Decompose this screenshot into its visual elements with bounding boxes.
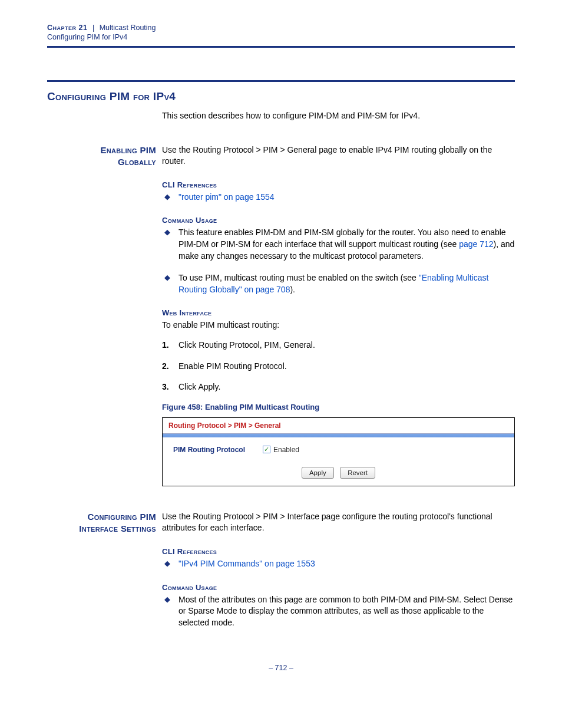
chapter-number: Chapter 21 [47,24,87,32]
cli-references-heading-2: CLI References [162,547,515,556]
command-usage-item: This feature enables PIM-DM and PIM-SM g… [162,227,515,262]
enabled-checkbox-label: Enabled [273,446,299,454]
step-item: Enable PIM Routing Protocol. [162,361,515,373]
side-heading-enabling-pim-globally: Enabling PIM Globally [47,144,162,486]
pim-routing-protocol-label: PIM Routing Protocol [173,446,245,454]
link-ipv4-pim-commands[interactable]: "IPv4 PIM Commands" on page 1553 [178,559,315,568]
cli-references-heading: CLI References [162,180,515,189]
figure-screenshot: Routing Protocol > PIM > General PIM Rou… [162,417,515,486]
command-usage-heading-2: Command Usage [162,583,515,592]
chapter-subtitle: Configuring PIM for IPv4 [47,33,515,41]
command-usage-item: To use PIM, multicast routing must be en… [162,272,515,295]
running-header: Chapter 21 | Multicast Routing Configuri… [47,24,515,48]
web-interface-heading: Web Interface [162,308,515,317]
header-separator: | [92,24,94,32]
link-router-pim[interactable]: "router pim" on page 1554 [178,192,275,202]
cli-reference-item: "router pim" on page 1554 [162,192,515,203]
section-rule [47,80,515,82]
figure-breadcrumb: Routing Protocol > PIM > General [163,418,514,434]
chapter-title: Multicast Routing [100,24,156,32]
step-item: Click Routing Protocol, PIM, General. [162,340,515,351]
command-usage-heading: Command Usage [162,216,515,225]
apply-button[interactable]: Apply [302,467,334,479]
step-item: Click Apply. [162,381,515,393]
cli-reference-item: "IPv4 PIM Commands" on page 1553 [162,558,515,570]
page-number: – 712 – [47,664,515,672]
link-page-712[interactable]: page 712 [459,239,493,249]
figure-caption: Figure 458: Enabling PIM Multicast Routi… [162,403,515,411]
configuring-pim-intro: Use the Routing Protocol > PIM > Interfa… [162,511,515,534]
enabling-pim-intro: Use the Routing Protocol > PIM > General… [162,144,515,167]
side-heading-configuring-pim-interface-settings: Configuring PIM Interface Settings [47,511,162,629]
revert-button[interactable]: Revert [340,467,375,479]
enabled-checkbox[interactable]: ✓ [263,446,270,453]
section-intro: This section describes how to configure … [162,110,515,122]
web-interface-intro: To enable PIM multicast routing: [162,319,515,331]
section-heading: Configuring PIM for IPv4 [47,90,515,103]
command-usage-item: Most of the attributes on this page are … [162,594,515,629]
